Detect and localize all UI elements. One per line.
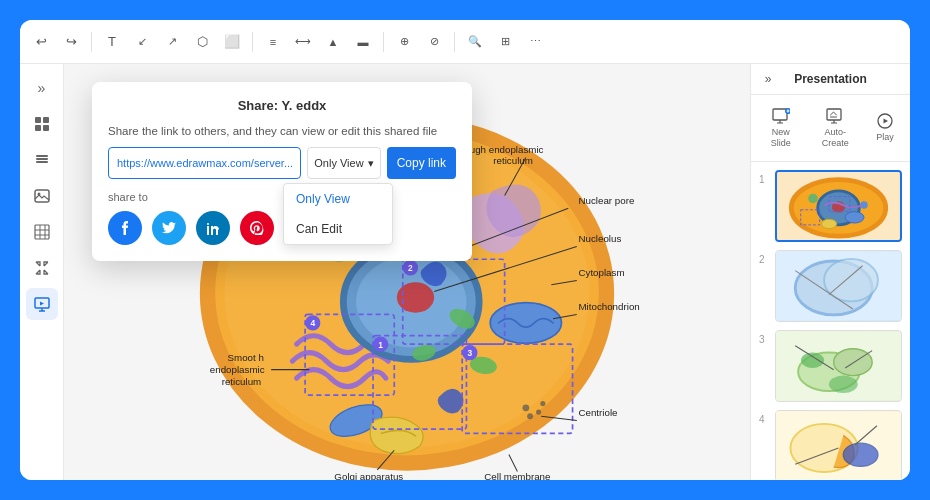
svg-point-83 bbox=[845, 211, 864, 222]
svg-rect-7 bbox=[35, 190, 49, 202]
slide-2-thumbnail[interactable] bbox=[775, 250, 902, 322]
svg-text:Cell membrane: Cell membrane bbox=[484, 471, 550, 480]
panel-collapse-button[interactable]: » bbox=[757, 68, 779, 90]
slide-3-thumbnail[interactable] bbox=[775, 330, 902, 402]
grid-icon[interactable]: ⊞ bbox=[492, 29, 518, 55]
permission-dropdown[interactable]: Only View ▾ bbox=[307, 147, 380, 179]
svg-text:4: 4 bbox=[310, 318, 315, 328]
slide-3-preview bbox=[776, 331, 901, 401]
sidebar-item-collapse[interactable]: » bbox=[26, 72, 58, 104]
share-pinterest-button[interactable] bbox=[240, 211, 274, 245]
canvas-area[interactable]: 1 2 3 4 Rough endoplasmic reticulum Nucl… bbox=[64, 64, 750, 480]
line-icon[interactable]: ▬ bbox=[350, 29, 376, 55]
slide-4-preview bbox=[776, 411, 901, 480]
slide-1-thumbnail[interactable] bbox=[775, 170, 902, 242]
svg-rect-1 bbox=[43, 117, 49, 123]
stroke-icon[interactable]: ⊘ bbox=[421, 29, 447, 55]
share-dialog: Share: Y. eddx Share the link to others,… bbox=[92, 82, 472, 261]
svg-text:Cytoplasm: Cytoplasm bbox=[578, 267, 624, 278]
right-panel: » Presentation bbox=[750, 64, 910, 480]
svg-text:Mitochondrion: Mitochondrion bbox=[578, 301, 639, 312]
svg-point-94 bbox=[834, 348, 872, 375]
svg-text:Nucleolus: Nucleolus bbox=[578, 233, 621, 244]
svg-text:3: 3 bbox=[467, 348, 472, 358]
social-icons-row bbox=[108, 211, 456, 245]
triangle-icon[interactable]: ▲ bbox=[320, 29, 346, 55]
svg-text:Centriole: Centriole bbox=[578, 407, 617, 418]
svg-point-31 bbox=[540, 401, 545, 406]
slide-item-1[interactable]: 1 bbox=[759, 170, 902, 242]
arrow-icon[interactable]: ↙ bbox=[129, 29, 155, 55]
share-linkedin-button[interactable] bbox=[196, 211, 230, 245]
slide-item-4[interactable]: 4 bbox=[759, 410, 902, 480]
auto-create-label: Auto-Create bbox=[816, 127, 854, 149]
redo-icon[interactable]: ↪ bbox=[58, 29, 84, 55]
svg-point-22 bbox=[490, 303, 561, 344]
slide-3-number: 3 bbox=[759, 330, 769, 345]
svg-text:2: 2 bbox=[408, 263, 413, 273]
svg-rect-3 bbox=[43, 125, 49, 131]
svg-line-65 bbox=[509, 455, 517, 472]
slides-list: 1 bbox=[751, 162, 910, 480]
sidebar-item-presentation[interactable] bbox=[26, 288, 58, 320]
text-icon[interactable]: T bbox=[99, 29, 125, 55]
share-to-label: share to bbox=[108, 191, 456, 203]
play-icon bbox=[874, 112, 896, 130]
svg-point-101 bbox=[843, 443, 878, 466]
slide-2-number: 2 bbox=[759, 250, 769, 265]
share-link-input[interactable] bbox=[108, 147, 301, 179]
svg-point-28 bbox=[522, 404, 529, 411]
panel-tools: New Slide Auto-Create bbox=[751, 95, 910, 162]
svg-text:reticulum: reticulum bbox=[493, 155, 533, 166]
fill-icon[interactable]: ⊕ bbox=[391, 29, 417, 55]
share-facebook-button[interactable] bbox=[108, 211, 142, 245]
distribute-icon[interactable]: ⟷ bbox=[290, 29, 316, 55]
sidebar-item-shapes[interactable] bbox=[26, 108, 58, 140]
slide-2-preview bbox=[776, 251, 901, 321]
sidebar-item-image[interactable] bbox=[26, 180, 58, 212]
cursor-icon[interactable]: ↗ bbox=[159, 29, 185, 55]
svg-point-81 bbox=[808, 193, 817, 202]
separator-2 bbox=[252, 32, 253, 52]
more-icon[interactable]: ⋯ bbox=[522, 29, 548, 55]
share-twitter-button[interactable] bbox=[152, 211, 186, 245]
svg-point-96 bbox=[829, 375, 858, 392]
sidebar-item-expand[interactable] bbox=[26, 252, 58, 284]
separator-1 bbox=[91, 32, 92, 52]
auto-create-button[interactable]: Auto-Create bbox=[810, 103, 860, 153]
svg-text:Golgi apparatus: Golgi apparatus bbox=[334, 471, 403, 480]
copy-link-button[interactable]: Copy link bbox=[387, 147, 456, 179]
toolbar: ↩ ↪ T ↙ ↗ ⬡ ⬜ ≡ ⟷ ▲ ▬ ⊕ ⊘ 🔍 ⊞ ⋯ bbox=[20, 20, 910, 64]
share-link-row: Only View ▾ Copy link Only View Can Edit bbox=[108, 147, 456, 179]
svg-rect-2 bbox=[35, 125, 41, 131]
svg-point-84 bbox=[822, 219, 837, 228]
slide-item-3[interactable]: 3 bbox=[759, 330, 902, 402]
sidebar-item-table[interactable] bbox=[26, 216, 58, 248]
zoom-icon[interactable]: 🔍 bbox=[462, 29, 488, 55]
new-slide-label: New Slide bbox=[765, 127, 796, 149]
undo-icon[interactable]: ↩ bbox=[28, 29, 54, 55]
svg-rect-73 bbox=[827, 109, 841, 120]
separator-3 bbox=[383, 32, 384, 52]
svg-point-95 bbox=[801, 352, 824, 367]
svg-rect-9 bbox=[35, 225, 49, 239]
sidebar-item-layers[interactable] bbox=[26, 144, 58, 176]
svg-point-30 bbox=[527, 413, 533, 419]
rect-icon[interactable]: ⬜ bbox=[219, 29, 245, 55]
share-description: Share the link to others, and they can v… bbox=[108, 125, 456, 137]
svg-text:reticulum: reticulum bbox=[222, 376, 262, 387]
play-label: Play bbox=[876, 132, 894, 143]
separator-4 bbox=[454, 32, 455, 52]
shape-icon[interactable]: ⬡ bbox=[189, 29, 215, 55]
permission-option-only-view[interactable]: Only View bbox=[284, 184, 392, 214]
play-button[interactable]: Play bbox=[868, 108, 902, 147]
svg-rect-67 bbox=[773, 109, 787, 120]
align-icon[interactable]: ≡ bbox=[260, 29, 286, 55]
new-slide-button[interactable]: New Slide bbox=[759, 103, 802, 153]
permission-option-can-edit[interactable]: Can Edit bbox=[284, 214, 392, 244]
slide-4-thumbnail[interactable] bbox=[775, 410, 902, 480]
svg-text:endoplasmic: endoplasmic bbox=[210, 364, 265, 375]
panel-title: Presentation bbox=[794, 72, 867, 86]
slide-item-2[interactable]: 2 bbox=[759, 250, 902, 322]
auto-create-icon bbox=[824, 107, 846, 125]
